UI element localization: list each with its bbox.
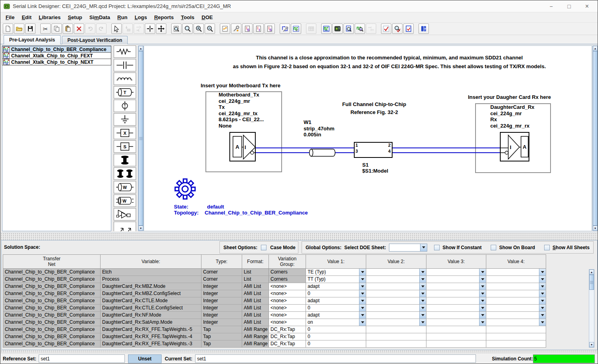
- validate-inspect-button[interactable]: [392, 24, 403, 34]
- help-button[interactable]: ?: [418, 24, 429, 34]
- doe-sheet-dropdown[interactable]: [389, 244, 427, 252]
- cell-value4[interactable]: [486, 312, 546, 319]
- save-button[interactable]: [25, 24, 36, 34]
- cell-value1[interactable]: adapt: [306, 297, 366, 305]
- io-buffer-symbol-button[interactable]: [114, 208, 136, 220]
- x-element-symbol-button[interactable]: X: [114, 127, 136, 139]
- menu-tools[interactable]: Tools: [178, 14, 198, 21]
- scroll-up-icon[interactable]: ▲: [138, 46, 143, 51]
- via-symbol-button[interactable]: [114, 154, 136, 166]
- tline-symbol-button[interactable]: T: [114, 86, 136, 98]
- value-dropdown-button[interactable]: [479, 276, 486, 283]
- value-dropdown-button[interactable]: [479, 283, 486, 290]
- horizontal-splitter-2[interactable]: [0, 350, 598, 353]
- cell-value1[interactable]: on: [306, 319, 366, 326]
- column-header-4[interactable]: VariationGroup:: [269, 254, 306, 269]
- cell-value4[interactable]: [486, 305, 546, 312]
- current-set-input[interactable]: [195, 354, 476, 363]
- cell-value3[interactable]: [426, 290, 486, 297]
- select-button[interactable]: [111, 24, 122, 34]
- zoom-out-button[interactable]: [205, 24, 215, 34]
- cell-value1[interactable]: TE (Typ): [306, 269, 366, 276]
- scrollbar-track[interactable]: [589, 290, 594, 342]
- value-dropdown-button[interactable]: [479, 297, 486, 304]
- cell-value1[interactable]: adapt: [306, 312, 366, 319]
- scroll-up-icon[interactable]: ▲: [589, 270, 594, 275]
- menu-edit[interactable]: Edit: [18, 14, 35, 21]
- menu-reports[interactable]: Reports: [150, 14, 177, 21]
- menu-doe[interactable]: DOE: [198, 14, 216, 21]
- new-button[interactable]: [3, 24, 13, 34]
- value-dropdown-button[interactable]: [479, 312, 486, 319]
- value-dropdown-button[interactable]: [419, 319, 426, 326]
- column-header-5[interactable]: Value 1:: [306, 254, 366, 269]
- value-dropdown-button[interactable]: [359, 283, 366, 290]
- value-dropdown-button[interactable]: [539, 290, 546, 297]
- ground-symbol-button[interactable]: [114, 113, 136, 126]
- cell-value2[interactable]: [366, 269, 426, 276]
- column-header-0[interactable]: TransferNet: [3, 254, 101, 269]
- cell-value4[interactable]: [486, 290, 546, 297]
- via-pair-symbol-button[interactable]: [114, 167, 136, 180]
- value-dropdown-button[interactable]: [539, 305, 546, 311]
- cell-value4[interactable]: [486, 283, 546, 290]
- simulate-sheet-button[interactable]: [220, 24, 230, 34]
- value-dropdown-button[interactable]: [539, 269, 546, 275]
- show-all-sheets-checkbox[interactable]: [544, 245, 550, 250]
- scroll-down-icon[interactable]: ▼: [589, 342, 594, 347]
- menu-file[interactable]: File: [2, 14, 18, 21]
- cell-value2[interactable]: [366, 283, 426, 290]
- scroll-down-icon[interactable]: ▼: [138, 226, 143, 231]
- horizontal-splitter[interactable]: [0, 232, 598, 240]
- value-dropdown-button[interactable]: [539, 276, 546, 283]
- tree-item-0[interactable]: Channel_Chip_to_Chip_BER_Compliance: [2, 46, 111, 53]
- menu-setup[interactable]: Setup: [64, 14, 86, 21]
- value-dropdown-button[interactable]: [419, 305, 426, 311]
- column-header-1[interactable]: Variable:: [101, 254, 201, 269]
- value-dropdown-button[interactable]: [359, 312, 366, 319]
- crosshair-button[interactable]: [145, 24, 155, 34]
- case-mode-checkbox[interactable]: [261, 245, 266, 250]
- inductor-symbol-button[interactable]: [114, 73, 136, 85]
- tab-post-layout-verification[interactable]: Post-Layout Verification: [62, 36, 128, 44]
- value-dropdown-button[interactable]: [419, 312, 426, 319]
- cell-value4[interactable]: [486, 319, 546, 326]
- resistor-symbol-button[interactable]: [114, 45, 136, 58]
- value-dropdown-button[interactable]: [479, 305, 486, 311]
- sim-status-button[interactable]: [332, 24, 343, 34]
- wave-inspect-button[interactable]: S: [355, 24, 365, 34]
- scroll-up-icon[interactable]: ▲: [593, 46, 598, 51]
- schematic-canvas[interactable]: This channel is a close approximation to…: [144, 45, 592, 231]
- show-on-board-checkbox[interactable]: [491, 245, 496, 250]
- value-dropdown-button[interactable]: [419, 290, 426, 297]
- scrollbar-thumb[interactable]: [593, 51, 598, 226]
- capacitor-symbol-button[interactable]: [114, 59, 136, 71]
- report-s-button[interactable]: S: [242, 24, 253, 34]
- value-dropdown-button[interactable]: [359, 297, 366, 304]
- cell-value1[interactable]: TT (Typ): [306, 276, 366, 283]
- cell-value3[interactable]: [426, 269, 486, 276]
- value-dropdown-button[interactable]: [479, 319, 486, 326]
- value-dropdown-button[interactable]: [359, 305, 366, 311]
- value-dropdown-button[interactable]: [539, 297, 546, 304]
- menu-run[interactable]: Run: [114, 14, 131, 21]
- s-element-symbol-button[interactable]: S: [114, 140, 136, 153]
- cell-value1[interactable]: adapt: [306, 283, 366, 290]
- menu-logs[interactable]: Logs: [131, 14, 150, 21]
- menu-libraries[interactable]: Libraries: [35, 14, 64, 21]
- value-dropdown-button[interactable]: [479, 269, 486, 275]
- column-header-2[interactable]: Type:: [201, 254, 242, 269]
- column-header-7[interactable]: Value 3:: [426, 254, 486, 269]
- value-dropdown-button[interactable]: [359, 319, 366, 326]
- validate-report-button[interactable]: [403, 24, 414, 34]
- canvas-scrollbar[interactable]: ▲ ▼: [592, 45, 598, 231]
- value-dropdown-button[interactable]: [539, 312, 546, 319]
- probe-symbol-button[interactable]: [114, 222, 136, 231]
- validate-button[interactable]: [381, 24, 391, 34]
- cell-value4[interactable]: [486, 297, 546, 305]
- cell-value3[interactable]: [426, 305, 486, 312]
- cell-value1[interactable]: 0: [306, 290, 366, 297]
- value-dropdown-button[interactable]: [359, 290, 366, 297]
- close-button[interactable]: ×: [578, 0, 596, 12]
- maximize-button[interactable]: □: [560, 0, 578, 12]
